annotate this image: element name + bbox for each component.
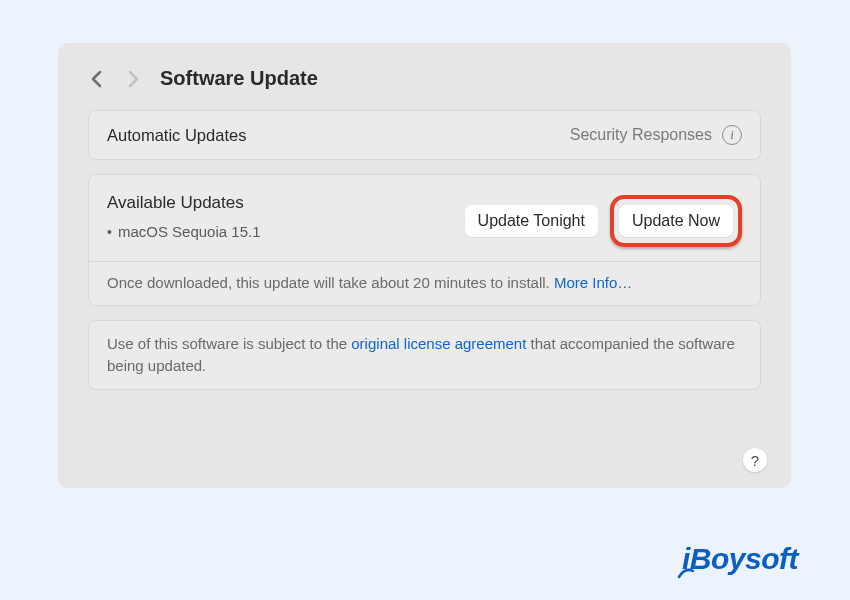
more-info-link[interactable]: More Info… bbox=[554, 274, 632, 291]
automatic-updates-section: Automatic Updates Security Responses i bbox=[88, 110, 761, 160]
license-section: Use of this software is subject to the o… bbox=[88, 320, 761, 390]
page-title: Software Update bbox=[160, 67, 318, 90]
automatic-updates-row[interactable]: Automatic Updates Security Responses i bbox=[89, 111, 760, 159]
watermark-text: iBoysoft bbox=[682, 542, 798, 576]
update-tonight-button[interactable]: Update Tonight bbox=[465, 205, 598, 237]
back-button[interactable] bbox=[88, 70, 106, 88]
automatic-updates-detail-group: Security Responses i bbox=[570, 125, 742, 145]
update-buttons: Update Tonight Update Now bbox=[465, 195, 742, 247]
chevron-left-icon bbox=[90, 69, 104, 89]
automatic-updates-detail: Security Responses bbox=[570, 126, 712, 144]
bullet-icon: • bbox=[107, 224, 112, 240]
swoosh-icon bbox=[677, 567, 695, 579]
available-updates-section: Available Updates • macOS Sequoia 15.1 U… bbox=[88, 174, 761, 306]
license-prefix: Use of this software is subject to the bbox=[107, 335, 351, 352]
forward-button[interactable] bbox=[124, 70, 142, 88]
info-icon[interactable]: i bbox=[722, 125, 742, 145]
download-note-text: Once downloaded, this update will take a… bbox=[107, 274, 554, 291]
update-now-button[interactable]: Update Now bbox=[619, 205, 733, 237]
watermark-logo: iBoysoft bbox=[682, 542, 798, 576]
download-note: Once downloaded, this update will take a… bbox=[89, 262, 760, 305]
update-item-label: macOS Sequoia 15.1 bbox=[118, 223, 261, 240]
license-link[interactable]: original license agreement bbox=[351, 335, 526, 352]
highlight-annotation: Update Now bbox=[610, 195, 742, 247]
header: Software Update bbox=[58, 43, 791, 110]
update-item: • macOS Sequoia 15.1 bbox=[107, 223, 261, 240]
chevron-right-icon bbox=[126, 69, 140, 89]
software-update-window: Software Update Automatic Updates Securi… bbox=[58, 43, 791, 488]
available-updates-title: Available Updates bbox=[107, 193, 261, 213]
help-button[interactable]: ? bbox=[743, 448, 767, 472]
automatic-updates-label: Automatic Updates bbox=[107, 126, 246, 145]
